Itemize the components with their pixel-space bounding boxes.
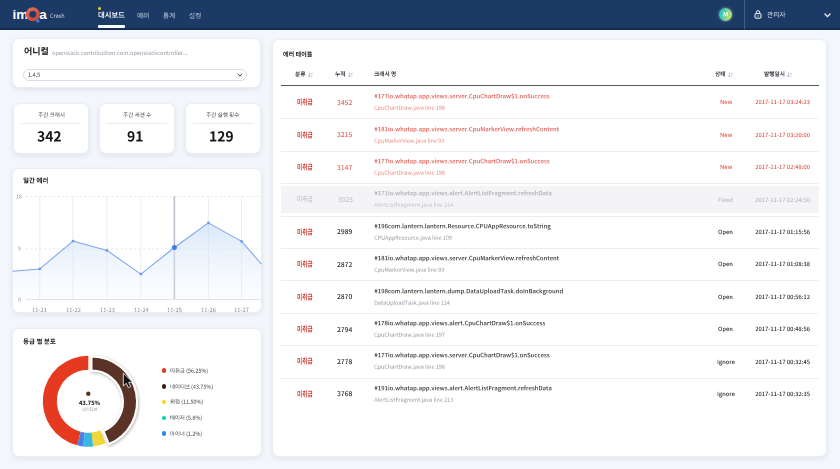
- svg-text:a: a: [39, 7, 47, 22]
